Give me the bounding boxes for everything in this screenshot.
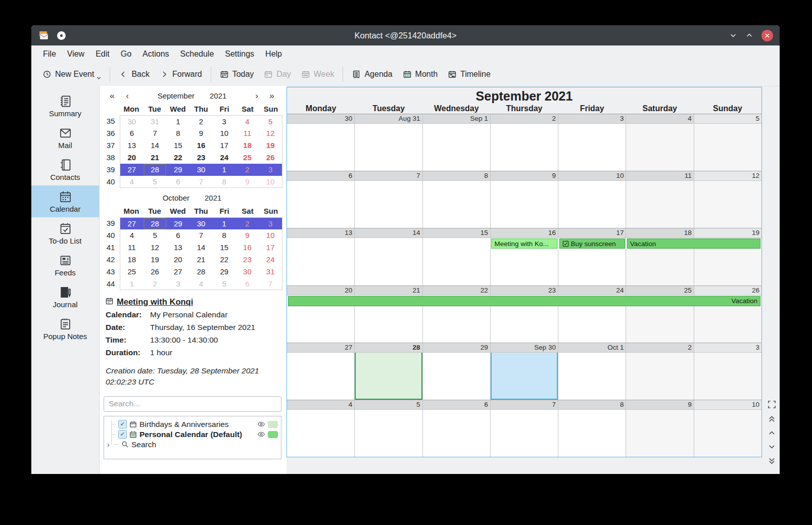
minical-day[interactable]: 31: [144, 116, 167, 127]
maximize-button[interactable]: [745, 31, 753, 39]
minical-day[interactable]: 18: [236, 139, 259, 152]
week-number[interactable]: 40: [102, 176, 120, 188]
month-day-cell[interactable]: 19: [694, 228, 761, 285]
month-day-cell[interactable]: 21: [354, 286, 422, 343]
minical-day[interactable]: 30: [236, 266, 259, 278]
minical-day[interactable]: 25: [120, 266, 144, 278]
calendar-list-item[interactable]: ✓Birthdays & Anniversaries: [104, 419, 281, 429]
calendar-checkbox[interactable]: ✓: [118, 420, 127, 428]
month-day-cell[interactable]: 28: [354, 343, 422, 400]
calendar-list-label[interactable]: Search: [131, 440, 156, 449]
month-day-cell[interactable]: Oct 1: [558, 343, 626, 400]
minical-day[interactable]: 14: [189, 242, 213, 254]
week-number[interactable]: 43: [102, 266, 120, 278]
month-day-cell[interactable]: 12: [694, 171, 761, 228]
minical-day[interactable]: 5: [259, 116, 282, 127]
week-number[interactable]: 39: [102, 164, 120, 176]
minical-day[interactable]: 13: [120, 139, 144, 152]
month-day-cell[interactable]: 8: [422, 171, 490, 228]
month-day-cell[interactable]: 18: [626, 228, 693, 285]
minical-day[interactable]: 23: [189, 152, 213, 164]
event-bar[interactable]: Vacation: [288, 296, 760, 306]
minical-day[interactable]: 19: [259, 139, 282, 152]
minical-day[interactable]: 9: [236, 229, 259, 242]
event-bar[interactable]: Vacation: [627, 238, 760, 249]
minical-day[interactable]: 1: [166, 116, 189, 127]
minical-day[interactable]: 2: [144, 278, 167, 290]
month-day-cell[interactable]: 3: [694, 343, 761, 400]
month-day-cell[interactable]: 15: [422, 228, 490, 285]
minical-day[interactable]: 8: [213, 229, 236, 242]
calendar-checkbox[interactable]: ✓: [118, 430, 127, 439]
month-day-cell[interactable]: 5: [694, 114, 761, 171]
menu-edit[interactable]: Edit: [90, 50, 115, 59]
minical-day[interactable]: 22: [166, 152, 189, 164]
menu-help[interactable]: Help: [260, 50, 288, 59]
week-number[interactable]: 37: [102, 139, 120, 152]
month-day-cell[interactable]: Aug 31: [354, 114, 422, 171]
minical-day[interactable]: 2: [236, 218, 259, 229]
month-day-cell[interactable]: 11: [626, 171, 693, 228]
minical-day[interactable]: 30: [189, 164, 213, 176]
minical-day[interactable]: 26: [259, 152, 282, 164]
minical-day[interactable]: 1: [213, 164, 236, 176]
week-number[interactable]: 38: [102, 152, 120, 164]
minical-day[interactable]: 28: [189, 266, 213, 278]
close-button[interactable]: [761, 30, 773, 41]
minical-day[interactable]: 6: [166, 229, 189, 242]
month-day-cell[interactable]: 13: [287, 228, 354, 285]
month-day-cell[interactable]: 14: [354, 228, 422, 285]
week-number[interactable]: 41: [102, 242, 120, 254]
minical-day[interactable]: 9: [189, 127, 213, 139]
titlebar[interactable]: Kontact <@251420addfe4>: [31, 25, 780, 45]
minical-day[interactable]: 1: [120, 278, 144, 290]
minical-day[interactable]: 12: [259, 127, 282, 139]
month-button[interactable]: Month: [398, 66, 443, 83]
minical-year-label[interactable]: 2021: [210, 91, 226, 100]
month-day-cell[interactable]: 8: [558, 400, 626, 457]
today-button[interactable]: Today: [215, 66, 259, 83]
minical-day[interactable]: 16: [236, 242, 259, 254]
calendar-list-item[interactable]: ›Search: [104, 440, 281, 450]
sidebar-item-calendar[interactable]: Calendar: [31, 185, 99, 217]
minical-day[interactable]: 15: [166, 139, 189, 152]
minical-day[interactable]: 2: [189, 116, 213, 127]
week-number[interactable]: 44: [102, 278, 120, 290]
minical-day[interactable]: 28: [144, 164, 167, 176]
sidebar-item-popup-notes[interactable]: Popup Notes: [31, 313, 99, 345]
month-day-cell[interactable]: 22: [422, 286, 490, 343]
minical-day[interactable]: 23: [236, 254, 259, 266]
minical-day[interactable]: 27: [120, 164, 144, 176]
agenda-button[interactable]: Agenda: [347, 66, 397, 83]
week-button[interactable]: Week: [296, 66, 340, 83]
month-day-cell[interactable]: 7: [490, 400, 558, 457]
month-day-cell[interactable]: 9: [626, 400, 693, 457]
minical-day[interactable]: 7: [189, 176, 213, 187]
minical-day[interactable]: 7: [144, 127, 167, 139]
month-day-cell[interactable]: 10: [558, 171, 626, 228]
minical-day[interactable]: 24: [213, 152, 236, 164]
minical-day[interactable]: 7: [189, 229, 213, 242]
minical-day[interactable]: 30: [120, 116, 144, 127]
month-day-cell[interactable]: Sep 1: [422, 114, 490, 171]
minical-day[interactable]: 4: [120, 229, 144, 242]
minical-day[interactable]: 29: [166, 218, 189, 229]
minical-day[interactable]: 12: [144, 242, 167, 254]
minical-day[interactable]: 14: [144, 139, 167, 152]
month-day-cell[interactable]: 9: [490, 171, 558, 228]
month-day-cell[interactable]: 7: [354, 171, 422, 228]
minical-day[interactable]: 28: [144, 218, 167, 229]
minical-day[interactable]: 10: [259, 176, 282, 187]
minical-day[interactable]: 20: [120, 152, 144, 164]
minical-day[interactable]: 5: [144, 176, 167, 187]
minical-day[interactable]: 19: [144, 254, 167, 266]
minical-day[interactable]: 25: [236, 152, 259, 164]
minical-day[interactable]: 11: [120, 242, 144, 254]
double-chevron-down-button[interactable]: [767, 456, 777, 466]
next-month-button[interactable]: ›: [249, 91, 264, 101]
event-bar[interactable]: Buy sunscreen: [559, 238, 625, 249]
minical-day[interactable]: 8: [213, 176, 236, 187]
minical-day[interactable]: 27: [120, 218, 144, 229]
minical-day[interactable]: 16: [189, 139, 213, 152]
minical-day[interactable]: 17: [259, 242, 282, 254]
